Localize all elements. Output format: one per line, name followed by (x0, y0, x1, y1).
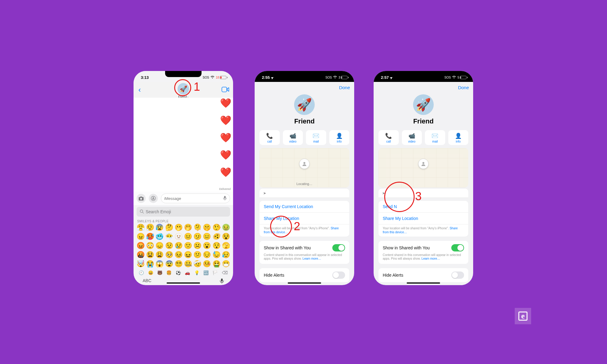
emoji-cell[interactable]: 😡 (136, 242, 145, 250)
emoji-cell[interactable]: 😳 (145, 242, 155, 250)
emoji-cell[interactable]: 🫤 (193, 233, 202, 241)
emoji-cell[interactable]: 😮‍💨 (145, 224, 155, 231)
emoji-cell[interactable]: 😑 (202, 233, 212, 241)
share-my-location-row[interactable]: Share My Location (378, 213, 468, 224)
emoji-cell[interactable]: 🙁 (183, 242, 193, 250)
location-map[interactable]: Share for One Hour🕘 Share Until End of D… (378, 148, 468, 187)
emoji-search[interactable]: Search Emoji (137, 207, 230, 217)
flags-icon[interactable]: 🏳️ (212, 270, 218, 275)
home-indicator[interactable] (407, 282, 440, 284)
message-thread[interactable]: ❤️ ❤️ ❤️ ❤️ ❤️ Delivered (134, 98, 233, 192)
emoji-cell[interactable]: 🤕 (193, 260, 202, 268)
share-my-location-row[interactable]: Share My Location (259, 213, 349, 224)
emoji-cell[interactable]: 😩 (155, 251, 164, 259)
home-indicator[interactable] (288, 282, 321, 284)
emoji-category-bar[interactable]: 🕘 😀 🐻 🍔 ⚽ 🚗 💡 🔣 🏳️ ⌫ (134, 268, 233, 276)
hide-alerts-toggle[interactable] (332, 271, 345, 279)
smileys-icon[interactable]: 😀 (148, 270, 153, 275)
call-button[interactable]: 📞call (259, 130, 280, 145)
message-bubble[interactable]: ❤️ (220, 132, 231, 143)
contact-avatar[interactable]: 🚀 (413, 94, 434, 115)
done-button[interactable]: Done (458, 85, 469, 90)
home-indicator[interactable] (167, 282, 200, 284)
emoji-cell[interactable]: 😔 (202, 251, 212, 259)
emoji-cell[interactable]: 😮 (202, 242, 212, 250)
message-bubble[interactable]: ❤️ (220, 167, 231, 177)
location-map[interactable]: Locating… (259, 148, 349, 187)
contact-avatar[interactable]: 🚀 (178, 83, 189, 95)
keyboard-abc-button[interactable]: ABC (143, 278, 151, 285)
mail-button[interactable]: ✉️mail (306, 130, 326, 145)
emoji-grid[interactable]: 😤😮‍💨😰🤔🫢🤭🫠🤫🤥🤢😠🥵🥶😶‍🌫️🫥😐🫤😑🫨😵😡😳😞😟😢🙁☹️😮😯🫣🤬😫😩🥺… (134, 224, 233, 268)
message-bubble[interactable]: ❤️ (220, 115, 231, 126)
emoji-cell[interactable]: 😕 (193, 251, 202, 259)
emoji-cell[interactable]: 🫣 (221, 242, 231, 250)
call-button[interactable]: 📞call (378, 130, 399, 145)
contact-title[interactable]: 🚀 Friend (178, 83, 189, 99)
emoji-cell[interactable]: 🫥 (174, 233, 183, 241)
activity-icon[interactable]: ⚽ (176, 270, 181, 275)
emoji-cell[interactable]: 😟 (164, 242, 174, 250)
info-button[interactable]: 👤info (329, 130, 350, 145)
emoji-cell[interactable]: 😥 (221, 251, 231, 259)
send-current-location-row[interactable]: Send N (378, 201, 468, 213)
emoji-cell[interactable]: 😶‍🌫️ (164, 233, 174, 241)
mail-button[interactable]: ✉️mail (425, 130, 445, 145)
emoji-cell[interactable]: 😷 (221, 260, 231, 268)
facetime-video-button[interactable] (222, 86, 229, 94)
emoji-cell[interactable]: 🤫 (202, 224, 212, 231)
emoji-cell[interactable]: 🤬 (136, 251, 145, 259)
dictate-icon[interactable] (223, 196, 227, 201)
emoji-cell[interactable]: 🤒 (202, 260, 212, 268)
hide-alerts-row[interactable]: Hide Alerts (378, 268, 468, 282)
learn-more-link[interactable]: Learn more… (422, 257, 440, 260)
video-button[interactable]: 📹video (402, 130, 422, 145)
learn-more-link[interactable]: Learn more… (303, 257, 321, 260)
emoji-cell[interactable]: 😰 (155, 224, 164, 231)
emoji-cell[interactable]: 😵‍💫 (174, 260, 183, 268)
symbols-icon[interactable]: 🔣 (203, 270, 209, 275)
message-bubble[interactable]: ❤️ (220, 98, 231, 108)
emoji-cell[interactable]: 🤮 (212, 260, 221, 268)
emoji-cell[interactable]: 😢 (174, 242, 183, 250)
emoji-cell[interactable]: 😯 (212, 242, 221, 250)
emoji-cell[interactable]: 🤭 (183, 224, 193, 231)
emoji-cell[interactable]: 🤔 (164, 224, 174, 231)
food-icon[interactable]: 🍔 (166, 270, 171, 275)
emoji-cell[interactable]: 😫 (145, 251, 155, 259)
keyboard-dictate-icon[interactable] (220, 278, 224, 285)
travel-icon[interactable]: 🚗 (185, 270, 190, 275)
emoji-cell[interactable]: 😤 (136, 224, 145, 231)
emoji-cell[interactable]: 😖 (183, 251, 193, 259)
objects-icon[interactable]: 💡 (194, 270, 199, 275)
message-bubble[interactable]: ❤️ (220, 150, 231, 160)
show-shared-toggle[interactable] (332, 244, 345, 251)
emoji-cell[interactable]: 😱 (155, 260, 164, 268)
video-button[interactable]: 📹video (283, 130, 303, 145)
emoji-cell[interactable]: 🫢 (174, 224, 183, 231)
done-button[interactable]: Done (339, 85, 350, 90)
emoji-cell[interactable]: ☹️ (193, 242, 202, 250)
emoji-cell[interactable]: 🤐 (183, 260, 193, 268)
info-button[interactable]: 👤info (448, 130, 469, 145)
emoji-cell[interactable]: 🫠 (193, 224, 202, 231)
recents-icon[interactable]: 🕘 (139, 270, 144, 275)
camera-icon[interactable] (137, 194, 146, 203)
directions-row[interactable]: ➤ (378, 189, 468, 198)
show-shared-toggle[interactable] (451, 244, 464, 251)
emoji-cell[interactable]: 🥺 (164, 251, 174, 259)
emoji-cell[interactable]: 😠 (136, 233, 145, 241)
emoji-cell[interactable]: 😨 (164, 260, 174, 268)
delete-icon[interactable]: ⌫ (222, 270, 228, 275)
show-shared-row[interactable]: Show in Shared with You Content shared i… (259, 241, 349, 264)
emoji-cell[interactable]: 🤯 (136, 260, 145, 268)
show-shared-row[interactable]: Show in Shared with You Content shared i… (378, 241, 468, 264)
emoji-cell[interactable]: 😓 (212, 251, 221, 259)
emoji-cell[interactable]: 🥶 (155, 233, 164, 241)
back-button[interactable]: ‹ (137, 86, 142, 94)
emoji-cell[interactable]: 😞 (155, 242, 164, 250)
hide-alerts-row[interactable]: Hide Alerts (259, 268, 349, 282)
emoji-cell[interactable]: 🫨 (212, 233, 221, 241)
emoji-cell[interactable]: 🤥 (212, 224, 221, 231)
emoji-cell[interactable]: 😭 (145, 260, 155, 268)
